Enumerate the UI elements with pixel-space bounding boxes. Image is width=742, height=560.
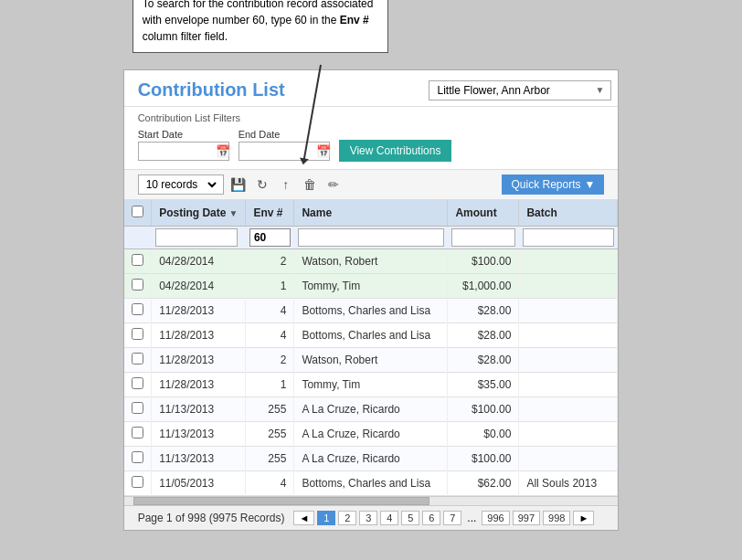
th-posting-date[interactable]: Posting Date ▼ bbox=[152, 200, 246, 227]
quick-reports-label: Quick Reports bbox=[511, 178, 580, 191]
row-amount: $100.00 bbox=[448, 249, 519, 274]
parish-select[interactable]: Little Flower, Ann Arbor bbox=[429, 80, 611, 100]
quick-reports-button[interactable]: Quick Reports ▼ bbox=[502, 174, 604, 195]
toolbar-left: 10 records 25 records 50 records 100 rec… bbox=[138, 174, 343, 195]
records-select-wrapper: 10 records 25 records 50 records 100 rec… bbox=[138, 174, 224, 195]
tooltip-text: To search for the contribution record as… bbox=[143, 0, 374, 26]
row-date: 11/28/2013 bbox=[152, 348, 246, 373]
row-amount: $28.00 bbox=[448, 299, 519, 323]
row-name: A La Cruze, Ricardo bbox=[294, 447, 448, 471]
row-date: 11/13/2013 bbox=[152, 397, 246, 422]
row-name: Tommy, Tim bbox=[294, 274, 448, 299]
row-env: 1 bbox=[246, 373, 294, 397]
row-checkbox[interactable] bbox=[132, 476, 143, 488]
table-row: 11/28/2013 4 Bottoms, Charles and Lisa $… bbox=[124, 323, 618, 348]
filter-amount-cell bbox=[448, 227, 519, 249]
row-checkbox[interactable] bbox=[132, 377, 143, 389]
page-btn-2[interactable]: 2 bbox=[338, 511, 356, 525]
row-batch bbox=[519, 397, 618, 422]
start-date-input[interactable] bbox=[143, 145, 216, 156]
pagination-bar: Page 1 of 998 (9975 Records) ◄ 1 2 3 4 5… bbox=[124, 505, 619, 530]
delete-icon[interactable]: 🗑 bbox=[301, 175, 319, 194]
main-panel: Contribution List Little Flower, Ann Arb… bbox=[123, 69, 620, 531]
filter-env-input[interactable] bbox=[249, 228, 291, 247]
row-checkbox[interactable] bbox=[132, 279, 143, 291]
filter-name-input[interactable] bbox=[298, 228, 444, 247]
row-amount: $28.00 bbox=[448, 348, 519, 373]
page-btn-4[interactable]: 4 bbox=[380, 511, 398, 525]
view-contributions-button[interactable]: View Contributions bbox=[339, 140, 452, 162]
page-info: Page 1 of 998 (9975 Records) bbox=[138, 512, 285, 524]
th-batch[interactable]: Batch bbox=[519, 200, 618, 227]
row-checkbox[interactable] bbox=[132, 303, 143, 315]
panel-header: Contribution List Little Flower, Ann Arb… bbox=[124, 70, 619, 107]
records-per-page-select[interactable]: 10 records 25 records 50 records 100 rec… bbox=[143, 177, 219, 192]
horizontal-scrollbar[interactable] bbox=[124, 496, 619, 505]
page-btn-3[interactable]: 3 bbox=[359, 511, 377, 525]
filters-section: Contribution List Filters Start Date 📅 E… bbox=[124, 107, 619, 170]
start-date-input-wrapper: 📅 bbox=[138, 142, 229, 161]
row-checkbox-cell bbox=[124, 422, 152, 447]
row-env: 4 bbox=[246, 471, 294, 496]
row-amount: $35.00 bbox=[448, 373, 519, 397]
page-ellipsis: ... bbox=[464, 512, 479, 524]
row-name: Tommy, Tim bbox=[294, 373, 448, 397]
start-date-calendar-icon[interactable]: 📅 bbox=[216, 144, 230, 158]
page-btn-7[interactable]: 7 bbox=[443, 511, 461, 525]
row-checkbox-cell bbox=[124, 348, 152, 373]
row-checkbox[interactable] bbox=[132, 353, 143, 365]
select-all-checkbox[interactable] bbox=[132, 206, 143, 217]
row-checkbox-cell bbox=[124, 274, 152, 299]
row-checkbox[interactable] bbox=[132, 254, 143, 266]
page-btn-998[interactable]: 998 bbox=[543, 511, 570, 525]
row-checkbox[interactable] bbox=[132, 328, 143, 340]
row-checkbox[interactable] bbox=[132, 451, 143, 463]
th-env-num[interactable]: Env # bbox=[246, 200, 294, 227]
page-title: Contribution List bbox=[138, 79, 285, 100]
row-env: 255 bbox=[246, 397, 294, 422]
start-date-group: Start Date 📅 bbox=[138, 129, 229, 161]
filter-date-cell bbox=[152, 227, 246, 249]
row-checkbox-cell bbox=[124, 397, 152, 422]
row-checkbox-cell bbox=[124, 471, 152, 496]
table-body: 04/28/2014 2 Watson, Robert $100.00 04/2… bbox=[124, 249, 618, 496]
row-checkbox[interactable] bbox=[132, 402, 143, 414]
row-date: 04/28/2014 bbox=[152, 274, 246, 299]
upload-icon[interactable]: ↑ bbox=[277, 175, 295, 194]
th-checkbox bbox=[124, 200, 152, 227]
row-batch bbox=[519, 422, 618, 447]
page-btn-997[interactable]: 997 bbox=[513, 511, 540, 525]
row-name: A La Cruze, Ricardo bbox=[294, 422, 448, 447]
toolbar: 10 records 25 records 50 records 100 rec… bbox=[124, 170, 619, 200]
table-row: 11/13/2013 255 A La Cruze, Ricardo $0.00 bbox=[124, 422, 618, 447]
next-page-button[interactable]: ► bbox=[573, 511, 594, 525]
end-date-group: End Date 📅 bbox=[238, 129, 330, 161]
page-btn-1[interactable]: 1 bbox=[317, 511, 335, 525]
row-env: 4 bbox=[246, 299, 294, 323]
prev-page-button[interactable]: ◄ bbox=[293, 511, 314, 525]
save-icon[interactable]: 💾 bbox=[229, 175, 248, 194]
table-row: 11/13/2013 255 A La Cruze, Ricardo $100.… bbox=[124, 397, 618, 422]
row-env: 255 bbox=[246, 422, 294, 447]
th-name[interactable]: Name bbox=[294, 200, 448, 227]
filter-batch-input[interactable] bbox=[523, 228, 614, 247]
filter-date-input[interactable] bbox=[155, 228, 238, 247]
row-env: 2 bbox=[246, 348, 294, 373]
contributions-table: Posting Date ▼ Env # Name Amount Batch bbox=[124, 200, 619, 496]
scrollbar-thumb[interactable] bbox=[133, 497, 429, 505]
row-name: Bottoms, Charles and Lisa bbox=[294, 299, 448, 323]
page-btn-996[interactable]: 996 bbox=[482, 511, 509, 525]
page-btn-5[interactable]: 5 bbox=[401, 511, 419, 525]
row-date: 11/05/2013 bbox=[152, 471, 246, 496]
row-batch: All Souls 2013 bbox=[519, 471, 618, 496]
table-row: 11/28/2013 4 Bottoms, Charles and Lisa $… bbox=[124, 299, 618, 323]
table-row: 11/05/2013 4 Bottoms, Charles and Lisa $… bbox=[124, 471, 618, 496]
refresh-icon[interactable]: ↻ bbox=[253, 175, 271, 194]
edit-icon[interactable]: ✏ bbox=[324, 175, 343, 194]
row-checkbox[interactable] bbox=[132, 427, 143, 438]
end-date-calendar-icon[interactable]: 📅 bbox=[316, 144, 331, 158]
row-checkbox-cell bbox=[124, 447, 152, 471]
th-amount[interactable]: Amount bbox=[448, 200, 519, 227]
page-btn-6[interactable]: 6 bbox=[422, 511, 440, 525]
filter-amount-input[interactable] bbox=[451, 228, 515, 247]
